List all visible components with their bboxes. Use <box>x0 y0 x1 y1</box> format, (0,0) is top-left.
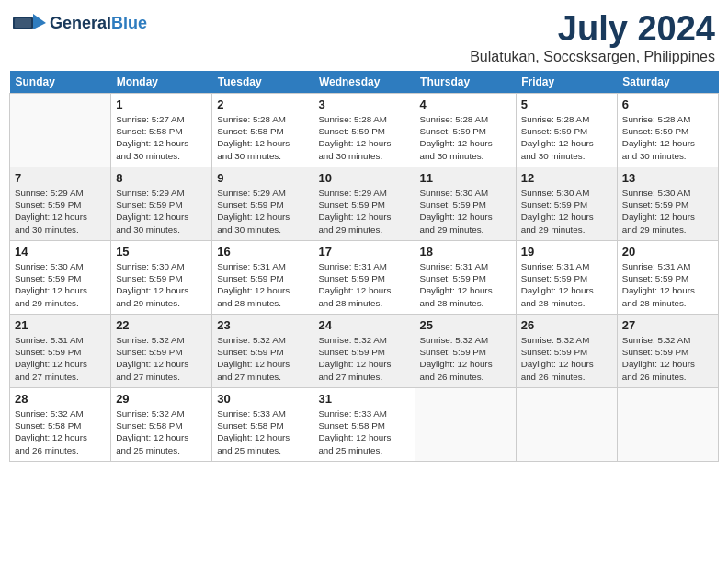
logo-icon <box>13 9 46 37</box>
day-number: 22 <box>116 318 207 332</box>
calendar-cell: 28Sunrise: 5:32 AMSunset: 5:58 PMDayligh… <box>10 388 111 462</box>
calendar-cell <box>10 94 111 167</box>
day-number: 20 <box>622 245 713 259</box>
day-info: Sunrise: 5:29 AMSunset: 5:59 PMDaylight:… <box>15 187 106 236</box>
day-info: Sunrise: 5:30 AMSunset: 5:59 PMDaylight:… <box>420 187 511 236</box>
day-info: Sunrise: 5:32 AMSunset: 5:59 PMDaylight:… <box>521 334 612 383</box>
calendar-cell: 13Sunrise: 5:30 AMSunset: 5:59 PMDayligh… <box>617 167 718 241</box>
day-number: 1 <box>116 98 207 111</box>
day-number: 24 <box>318 318 409 332</box>
day-info: Sunrise: 5:32 AMSunset: 5:59 PMDaylight:… <box>116 334 207 383</box>
calendar-table: SundayMondayTuesdayWednesdayThursdayFrid… <box>9 71 719 462</box>
day-info: Sunrise: 5:31 AMSunset: 5:59 PMDaylight:… <box>622 260 713 309</box>
day-info: Sunrise: 5:28 AMSunset: 5:59 PMDaylight:… <box>521 113 612 162</box>
weekday-header-sunday: Sunday <box>10 71 111 94</box>
calendar-cell: 31Sunrise: 5:33 AMSunset: 5:58 PMDayligh… <box>313 388 415 462</box>
day-number: 6 <box>622 98 713 111</box>
calendar-cell: 8Sunrise: 5:29 AMSunset: 5:59 PMDaylight… <box>111 167 212 241</box>
logo-general: General <box>50 14 111 32</box>
weekday-header-tuesday: Tuesday <box>212 71 313 94</box>
calendar-cell: 10Sunrise: 5:29 AMSunset: 5:59 PMDayligh… <box>313 167 415 241</box>
calendar-cell: 15Sunrise: 5:30 AMSunset: 5:59 PMDayligh… <box>111 241 212 315</box>
day-info: Sunrise: 5:31 AMSunset: 5:59 PMDaylight:… <box>15 334 106 383</box>
calendar-cell: 19Sunrise: 5:31 AMSunset: 5:59 PMDayligh… <box>516 241 617 315</box>
day-number: 30 <box>217 392 308 406</box>
day-info: Sunrise: 5:28 AMSunset: 5:59 PMDaylight:… <box>318 113 409 162</box>
week-row-2: 7Sunrise: 5:29 AMSunset: 5:59 PMDaylight… <box>10 167 719 241</box>
day-info: Sunrise: 5:32 AMSunset: 5:59 PMDaylight:… <box>217 334 308 383</box>
day-number: 11 <box>420 171 511 185</box>
day-info: Sunrise: 5:28 AMSunset: 5:58 PMDaylight:… <box>217 113 308 162</box>
calendar-cell: 7Sunrise: 5:29 AMSunset: 5:59 PMDaylight… <box>10 167 111 241</box>
calendar-cell: 11Sunrise: 5:30 AMSunset: 5:59 PMDayligh… <box>415 167 516 241</box>
calendar-cell: 26Sunrise: 5:32 AMSunset: 5:59 PMDayligh… <box>516 315 617 388</box>
day-number: 14 <box>15 245 106 259</box>
day-number: 28 <box>15 392 106 406</box>
calendar-cell: 1Sunrise: 5:27 AMSunset: 5:58 PMDaylight… <box>111 94 212 167</box>
day-number: 2 <box>217 98 308 111</box>
day-number: 27 <box>622 318 713 332</box>
calendar-cell: 18Sunrise: 5:31 AMSunset: 5:59 PMDayligh… <box>415 241 516 315</box>
day-info: Sunrise: 5:29 AMSunset: 5:59 PMDaylight:… <box>116 187 207 236</box>
day-info: Sunrise: 5:28 AMSunset: 5:59 PMDaylight:… <box>622 113 713 162</box>
day-info: Sunrise: 5:30 AMSunset: 5:59 PMDaylight:… <box>622 187 713 236</box>
day-number: 4 <box>420 98 511 111</box>
day-number: 21 <box>15 318 106 332</box>
weekday-header-thursday: Thursday <box>415 71 516 94</box>
calendar-cell: 24Sunrise: 5:32 AMSunset: 5:59 PMDayligh… <box>313 315 415 388</box>
day-info: Sunrise: 5:31 AMSunset: 5:59 PMDaylight:… <box>318 260 409 309</box>
calendar-cell: 2Sunrise: 5:28 AMSunset: 5:58 PMDaylight… <box>212 94 313 167</box>
calendar-cell: 29Sunrise: 5:32 AMSunset: 5:58 PMDayligh… <box>111 388 212 462</box>
day-number: 25 <box>420 318 511 332</box>
week-row-3: 14Sunrise: 5:30 AMSunset: 5:59 PMDayligh… <box>10 241 719 315</box>
calendar-cell: 25Sunrise: 5:32 AMSunset: 5:59 PMDayligh… <box>415 315 516 388</box>
svg-rect-2 <box>15 18 31 28</box>
weekday-header-saturday: Saturday <box>617 71 718 94</box>
day-info: Sunrise: 5:32 AMSunset: 5:58 PMDaylight:… <box>15 408 106 456</box>
day-number: 7 <box>15 171 106 185</box>
day-number: 8 <box>116 171 207 185</box>
calendar-cell: 12Sunrise: 5:30 AMSunset: 5:59 PMDayligh… <box>516 167 617 241</box>
day-number: 26 <box>521 318 612 332</box>
day-info: Sunrise: 5:30 AMSunset: 5:59 PMDaylight:… <box>15 260 106 309</box>
calendar-cell: 22Sunrise: 5:32 AMSunset: 5:59 PMDayligh… <box>111 315 212 388</box>
calendar-cell: 4Sunrise: 5:28 AMSunset: 5:59 PMDaylight… <box>415 94 516 167</box>
day-info: Sunrise: 5:33 AMSunset: 5:58 PMDaylight:… <box>217 408 308 456</box>
calendar-cell: 30Sunrise: 5:33 AMSunset: 5:58 PMDayligh… <box>212 388 313 462</box>
day-info: Sunrise: 5:32 AMSunset: 5:59 PMDaylight:… <box>622 334 713 383</box>
calendar-cell: 16Sunrise: 5:31 AMSunset: 5:59 PMDayligh… <box>212 241 313 315</box>
logo-blue: Blue <box>111 14 147 32</box>
day-number: 18 <box>420 245 511 259</box>
day-info: Sunrise: 5:33 AMSunset: 5:58 PMDaylight:… <box>318 408 409 456</box>
day-info: Sunrise: 5:30 AMSunset: 5:59 PMDaylight:… <box>521 187 612 236</box>
calendar-cell: 20Sunrise: 5:31 AMSunset: 5:59 PMDayligh… <box>617 241 718 315</box>
month-title: July 2024 <box>470 9 715 49</box>
day-info: Sunrise: 5:29 AMSunset: 5:59 PMDaylight:… <box>217 187 308 236</box>
calendar-cell: 5Sunrise: 5:28 AMSunset: 5:59 PMDaylight… <box>516 94 617 167</box>
week-row-1: 1Sunrise: 5:27 AMSunset: 5:58 PMDaylight… <box>10 94 719 167</box>
calendar-cell: 3Sunrise: 5:28 AMSunset: 5:59 PMDaylight… <box>313 94 415 167</box>
calendar-cell <box>617 388 718 462</box>
calendar-cell: 21Sunrise: 5:31 AMSunset: 5:59 PMDayligh… <box>10 315 111 388</box>
calendar-cell: 9Sunrise: 5:29 AMSunset: 5:59 PMDaylight… <box>212 167 313 241</box>
day-number: 15 <box>116 245 207 259</box>
header: GeneralBlue July 2024 Bulatukan, Soccsks… <box>9 9 719 65</box>
day-number: 17 <box>318 245 409 259</box>
week-row-5: 28Sunrise: 5:32 AMSunset: 5:58 PMDayligh… <box>10 388 719 462</box>
day-info: Sunrise: 5:31 AMSunset: 5:59 PMDaylight:… <box>217 260 308 309</box>
weekday-header-monday: Monday <box>111 71 212 94</box>
calendar-cell: 6Sunrise: 5:28 AMSunset: 5:59 PMDaylight… <box>617 94 718 167</box>
day-number: 31 <box>318 392 409 406</box>
calendar-cell <box>415 388 516 462</box>
weekday-header-wednesday: Wednesday <box>313 71 415 94</box>
day-number: 13 <box>622 171 713 185</box>
day-number: 9 <box>217 171 308 185</box>
day-number: 19 <box>521 245 612 259</box>
day-number: 12 <box>521 171 612 185</box>
day-info: Sunrise: 5:31 AMSunset: 5:59 PMDaylight:… <box>521 260 612 309</box>
day-info: Sunrise: 5:32 AMSunset: 5:59 PMDaylight:… <box>318 334 409 383</box>
calendar-cell <box>516 388 617 462</box>
day-number: 23 <box>217 318 308 332</box>
day-info: Sunrise: 5:31 AMSunset: 5:59 PMDaylight:… <box>420 260 511 309</box>
day-info: Sunrise: 5:32 AMSunset: 5:59 PMDaylight:… <box>420 334 511 383</box>
